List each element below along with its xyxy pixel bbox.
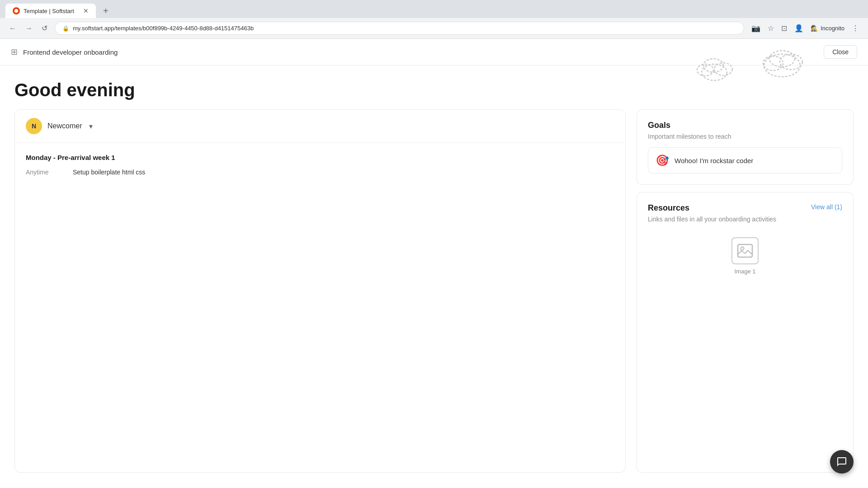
goal-item: 🎯 Wohoo! I'm rockstar coder — [648, 147, 842, 174]
tab-close-button[interactable]: ✕ — [83, 7, 89, 14]
resource-image[interactable]: Image 1 — [648, 237, 842, 275]
goals-section: Goals Important milestones to reach 🎯 Wo… — [637, 109, 854, 185]
camera-icon[interactable]: 📷 — [750, 22, 762, 34]
goal-text: Wohoo! I'm rockstar coder — [675, 157, 753, 164]
app-header-icon: ⊞ — [11, 47, 18, 57]
tab-title: Template | Softstart — [24, 8, 74, 14]
view-all-link[interactable]: View all (1) — [811, 203, 842, 211]
resources-section: Resources Links and files in all your on… — [637, 192, 854, 473]
star-icon[interactable]: ☆ — [766, 22, 776, 34]
toolbar-icons: 📷 ☆ ⊡ 👤 — [750, 22, 805, 34]
incognito-button[interactable]: 🕵️ Incognito — [811, 25, 844, 32]
goals-title: Goals — [648, 121, 842, 130]
lock-icon: 🔒 — [62, 25, 69, 32]
svg-point-9 — [741, 247, 744, 250]
goals-subtitle: Important milestones to reach — [648, 133, 842, 140]
back-button[interactable]: ← — [7, 23, 18, 34]
menu-icon[interactable]: ⋮ — [850, 22, 861, 34]
browser-chrome: Template | Softstart ✕ + ← → ↺ 🔒 my.soft… — [0, 0, 868, 39]
schedule-day-label: Monday - Pre-arrival week 1 — [26, 154, 614, 161]
app-body: ⊞ Frontend developer onboarding Close Go… — [0, 39, 868, 473]
browser-toolbar: ← → ↺ 🔒 my.softstart.app/templates/b00f8… — [0, 18, 868, 38]
schedule-item: Anytime Setup boilerplate html css — [26, 169, 614, 176]
tab-favicon — [13, 7, 20, 14]
reload-button[interactable]: ↺ — [40, 22, 49, 34]
app-header: ⊞ Frontend developer onboarding Close — [0, 39, 868, 66]
new-tab-button[interactable]: + — [99, 4, 112, 18]
schedule-task: Setup boilerplate html css — [73, 169, 145, 176]
goal-icon: 🎯 — [656, 154, 669, 167]
user-dropdown-chevron: ▾ — [89, 122, 93, 131]
close-button[interactable]: Close — [824, 45, 857, 59]
user-selector[interactable]: N Newcomer ▾ — [15, 110, 625, 143]
extensions-icon[interactable]: ⊡ — [779, 22, 789, 34]
resources-title: Resources — [648, 203, 776, 213]
greeting-text: Good evening — [0, 66, 868, 109]
incognito-icon: 🕵️ — [811, 25, 818, 32]
left-panel: N Newcomer ▾ Monday - Pre-arrival week 1… — [14, 109, 626, 473]
resources-header: Resources Links and files in all your on… — [648, 203, 842, 230]
main-content: N Newcomer ▾ Monday - Pre-arrival week 1… — [0, 109, 868, 473]
url-text: my.softstart.app/templates/b00f899b-4249… — [73, 25, 254, 32]
user-name: Newcomer — [47, 122, 82, 130]
browser-titlebar: Template | Softstart ✕ + — [0, 0, 868, 18]
app-header-title: Frontend developer onboarding — [23, 48, 824, 56]
user-avatar: N — [26, 118, 42, 134]
chat-bubble-button[interactable] — [830, 450, 854, 474]
right-panel: Goals Important milestones to reach 🎯 Wo… — [637, 109, 854, 473]
profile-icon[interactable]: 👤 — [793, 22, 805, 34]
resources-header-left: Resources Links and files in all your on… — [648, 203, 776, 230]
incognito-label: Incognito — [821, 25, 844, 32]
browser-tab[interactable]: Template | Softstart ✕ — [5, 4, 96, 18]
svg-rect-8 — [738, 244, 752, 257]
resources-subtitle: Links and files in all your onboarding a… — [648, 216, 776, 223]
forward-button[interactable]: → — [24, 23, 34, 34]
image-placeholder — [731, 237, 759, 264]
schedule-section: Monday - Pre-arrival week 1 Anytime Setu… — [15, 143, 625, 187]
schedule-time: Anytime — [26, 169, 62, 176]
address-bar[interactable]: 🔒 my.softstart.app/templates/b00f899b-42… — [55, 22, 744, 35]
image-label: Image 1 — [735, 268, 756, 275]
